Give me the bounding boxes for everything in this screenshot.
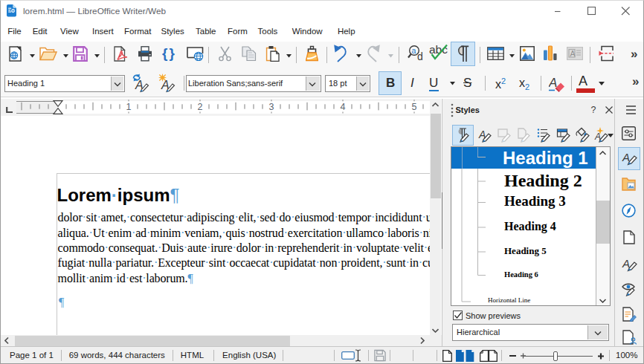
svg-text:2: 2 [198,102,203,112]
svg-text:A: A [622,257,630,270]
svg-text:a: a [412,46,416,55]
svg-text:A: A [570,49,576,58]
svg-text:d: d [417,51,423,62]
svg-text:1: 1 [126,102,132,112]
svg-text:3: 3 [269,102,274,112]
svg-text:4: 4 [341,102,346,112]
svg-text:A: A [622,151,630,163]
svg-text:5: 5 [412,102,417,112]
